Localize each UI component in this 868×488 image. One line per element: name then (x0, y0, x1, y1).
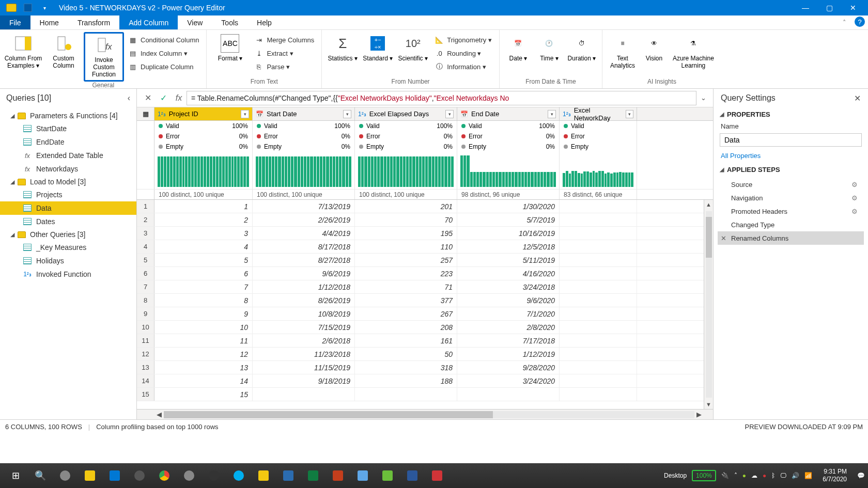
tray-wifi-icon[interactable]: 📶 (804, 472, 812, 479)
tab-view[interactable]: View (178, 15, 212, 29)
table-cell[interactable] (560, 307, 637, 320)
desktop-toolbar-label[interactable]: Desktop (664, 472, 687, 479)
vertical-scrollbar[interactable]: ▲ ▼ (704, 200, 713, 409)
table-row[interactable]: 10107/15/20192082/8/2020 (137, 321, 713, 334)
step-settings-icon[interactable]: ⚙ (851, 194, 858, 202)
table-corner-button[interactable]: ▦ (137, 107, 154, 120)
applied-steps-section[interactable]: ◢APPLIED STEPS (714, 163, 868, 177)
row-index[interactable]: 15 (137, 388, 154, 401)
delete-step-icon[interactable]: ✕ (721, 234, 726, 242)
column-header[interactable]: 📅Start Date▾ (253, 107, 355, 120)
duration-button[interactable]: ⏱Duration ▾ (565, 32, 599, 64)
table-cell[interactable] (560, 334, 637, 347)
table-row[interactable]: 9910/8/20192677/1/2020 (137, 307, 713, 321)
queries-item[interactable]: fxNetworkdays (0, 162, 136, 176)
tray-onedrive-icon[interactable]: ☁ (751, 472, 757, 479)
applied-step[interactable]: ✕Renamed Columns (718, 231, 864, 245)
table-cell[interactable]: 257 (355, 254, 457, 266)
row-index[interactable]: 9 (137, 307, 154, 320)
table-row[interactable]: 121211/23/2018501/12/2019 (137, 348, 713, 361)
table-cell[interactable]: 9/28/2020 (457, 361, 560, 374)
tab-transform[interactable]: Transform (68, 15, 119, 29)
powerbi-icon[interactable] (251, 465, 276, 486)
table-cell[interactable]: 11/15/2019 (253, 361, 355, 374)
table-cell[interactable]: 15 (154, 388, 253, 401)
table-row[interactable]: 771/12/2018713/24/2018 (137, 280, 713, 294)
scroll-right-icon[interactable]: ▶ (694, 411, 704, 418)
table-row[interactable]: 448/17/201811012/5/2018 (137, 240, 713, 254)
powerpoint-icon[interactable] (326, 465, 350, 486)
table-row[interactable]: 888/26/20193779/6/2020 (137, 294, 713, 307)
queries-item[interactable]: 1²₃Invoked Function (0, 267, 136, 281)
column-filter-icon[interactable]: ▾ (548, 110, 556, 118)
tray-mic-icon[interactable]: ● (763, 472, 766, 479)
table-cell[interactable]: 2/26/2019 (253, 213, 355, 226)
minimize-button[interactable]: — (794, 0, 817, 15)
table-cell[interactable]: 12/5/2018 (457, 240, 560, 253)
tray-volume-icon[interactable]: 🔊 (792, 472, 799, 479)
taskbar-app[interactable] (127, 465, 152, 486)
queries-item[interactable]: fxExtended Date Table (0, 149, 136, 162)
table-cell[interactable]: 50 (355, 348, 457, 360)
table-cell[interactable] (457, 388, 560, 401)
table-cell[interactable] (253, 388, 355, 401)
row-index[interactable]: 11 (137, 334, 154, 347)
table-cell[interactable]: 9 (154, 307, 253, 320)
table-cell[interactable]: 8 (154, 294, 253, 307)
applied-step[interactable]: Navigation⚙ (718, 191, 864, 204)
row-index[interactable]: 10 (137, 321, 154, 334)
column-filter-icon[interactable]: ▾ (626, 110, 633, 118)
scientific-button[interactable]: 10²Scientific ▾ (395, 32, 430, 64)
table-cell[interactable]: 9/6/2019 (253, 267, 355, 280)
table-cell[interactable]: 9/18/2019 (253, 374, 355, 387)
table-cell[interactable]: 71 (355, 280, 457, 293)
queries-item[interactable]: EndDate (0, 135, 136, 149)
column-filter-icon[interactable]: ▾ (445, 110, 454, 118)
table-cell[interactable]: 70 (355, 213, 457, 226)
notepad-icon[interactable] (350, 465, 375, 486)
table-cell[interactable]: 318 (355, 361, 457, 374)
row-index[interactable]: 13 (137, 361, 154, 374)
queries-item[interactable]: Dates (0, 215, 136, 228)
rounding-button[interactable]: .0Rounding ▾ (432, 46, 494, 60)
table-cell[interactable]: 1/12/2019 (457, 348, 560, 360)
horizontal-scrollbar[interactable]: ◀ ▶ (137, 409, 713, 419)
scroll-down-icon[interactable]: ▼ (706, 400, 711, 409)
taskbar-app[interactable] (202, 465, 226, 486)
table-cell[interactable] (560, 240, 637, 253)
column-header[interactable]: 1²₃Excel NetworkDay▾ (560, 107, 637, 120)
table-cell[interactable] (560, 280, 637, 293)
table-cell[interactable]: 11 (154, 334, 253, 347)
tray-display-icon[interactable]: 🖵 (780, 472, 786, 479)
table-cell[interactable] (560, 200, 637, 213)
step-settings-icon[interactable]: ⚙ (851, 181, 858, 188)
tray-weather-icon[interactable]: ● (742, 472, 746, 479)
table-cell[interactable]: 3 (154, 227, 253, 240)
column-from-examples-button[interactable]: Column From Examples ▾ (3, 32, 43, 71)
tab-add-column[interactable]: Add Column (119, 15, 178, 29)
standard-button[interactable]: +−÷×Standard ▾ (360, 32, 395, 64)
table-row[interactable]: 117/13/20192011/30/2020 (137, 200, 713, 213)
collapse-ribbon-icon[interactable]: ˄ (838, 15, 851, 29)
table-cell[interactable]: 9/6/2020 (457, 294, 560, 307)
tab-home[interactable]: Home (30, 15, 68, 29)
queries-item[interactable]: Holidays (0, 254, 136, 267)
table-cell[interactable] (560, 294, 637, 307)
system-clock[interactable]: 9:31 PM 6/7/2020 (817, 468, 852, 483)
maximize-button[interactable]: ▢ (817, 0, 841, 15)
table-cell[interactable] (560, 227, 637, 240)
table-cell[interactable]: 6 (154, 267, 253, 280)
table-cell[interactable]: 1/30/2020 (457, 200, 560, 213)
table-cell[interactable]: 4/4/2019 (253, 227, 355, 240)
merge-columns-button[interactable]: ⇥Merge Columns (252, 33, 316, 46)
trigonometry-button[interactable]: 📐Trigonometry ▾ (432, 33, 494, 46)
data-rows-viewport[interactable]: 117/13/20192011/30/2020222/26/2019705/7/… (137, 200, 713, 409)
table-row[interactable]: 131311/15/20193189/28/2020 (137, 361, 713, 374)
table-cell[interactable]: 14 (154, 374, 253, 387)
table-cell[interactable]: 13 (154, 361, 253, 374)
scroll-up-icon[interactable]: ▲ (706, 200, 711, 209)
table-cell[interactable]: 12 (154, 348, 253, 360)
queries-group[interactable]: ◢Parameters & Functions [4] (0, 109, 136, 122)
table-cell[interactable]: 110 (355, 240, 457, 253)
table-cell[interactable]: 5/11/2019 (457, 254, 560, 266)
